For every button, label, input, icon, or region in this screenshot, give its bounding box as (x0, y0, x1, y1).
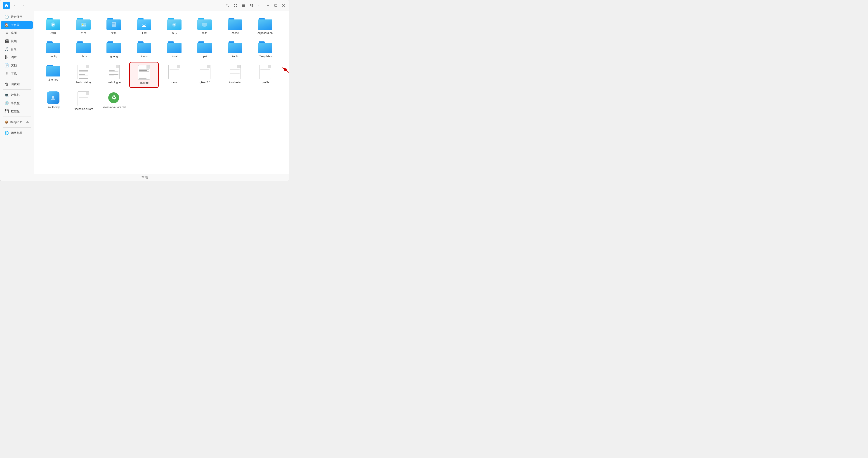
list-view-button[interactable] (241, 2, 247, 8)
detail-view-button[interactable] (249, 2, 255, 8)
sidebar-item-music[interactable]: 🎵 音乐 (1, 45, 33, 53)
sidebar-item-computer[interactable]: 💻 计算机 (1, 91, 33, 99)
file-item-bash-history[interactable]: .bash_history (69, 62, 98, 88)
folder-icon-gnupg (106, 41, 121, 53)
file-item-xsession-errors-old[interactable]: ♻ .xsession-errors.old (99, 89, 128, 114)
file-name-downloads: 下载 (141, 31, 147, 35)
file-item-icons[interactable]: .icons (129, 39, 159, 61)
search-button[interactable] (224, 2, 230, 8)
home-sidebar-icon: 🏠 (4, 23, 9, 27)
svg-rect-10 (252, 4, 253, 4)
file-item-desktop-folder[interactable]: 桌面 (190, 16, 219, 38)
back-button[interactable]: ‹ (12, 2, 18, 8)
file-item-xsession-errors[interactable]: .xsession-errors (69, 89, 98, 114)
text-file-icon-dmrc (168, 65, 180, 79)
text-file-icon-bash-logout (108, 65, 120, 79)
svg-text:♻: ♻ (111, 94, 116, 101)
svg-rect-24 (112, 22, 116, 27)
music-sidebar-icon: 🎵 (4, 47, 9, 51)
svg-point-36 (52, 96, 54, 98)
deepin20-sidebar-icon: 📦 (4, 120, 8, 124)
download-sidebar-icon: ⬇ (4, 71, 9, 76)
file-item-xauthority[interactable]: .Xauthority (38, 89, 68, 114)
file-item-gnupg[interactable]: .gnupg (99, 39, 128, 61)
sidebar-item-video[interactable]: 🎬 视频 (1, 37, 33, 45)
sidebar-item-recent[interactable]: 🕐 最近使用 (1, 13, 33, 21)
folder-icon-local (167, 41, 182, 53)
sidebar-item-deepin20[interactable]: 📦 Deepin 20 ⏏ (1, 118, 33, 126)
picture-sidebar-icon: 🖼 (4, 55, 9, 59)
text-file-icon-gtkrc (199, 65, 211, 79)
file-item-gtkrc[interactable]: .gtkrc-2.0 (190, 62, 219, 88)
svg-rect-7 (242, 5, 245, 6)
computer-sidebar-icon: 💻 (4, 93, 9, 97)
file-item-pki[interactable]: .pki (190, 39, 219, 61)
file-item-local[interactable]: .local (160, 39, 189, 61)
maximize-button[interactable] (273, 2, 279, 8)
grid-view-button[interactable] (232, 2, 239, 8)
file-item-bashrc[interactable]: .bashrc (129, 62, 159, 88)
svg-rect-14 (252, 4, 253, 5)
content-area: 🕐 最近使用 🏠 主目录 🖥 桌面 🎬 视频 🎵 音乐 🖼 图片 (0, 11, 289, 174)
file-name-profile: .profile (261, 81, 269, 84)
file-item-themes[interactable]: .themes (38, 62, 68, 88)
file-item-dbus[interactable]: .dbus (69, 39, 98, 61)
svg-point-22 (82, 24, 83, 25)
more-button[interactable]: ··· (257, 2, 263, 8)
sidebar-item-data[interactable]: 💾 数据盘 (1, 107, 33, 115)
eject-icon[interactable]: ⏏ (26, 120, 29, 124)
recent-icon: 🕐 (4, 15, 9, 19)
svg-rect-35 (203, 27, 206, 27)
text-file-icon-bash-history (78, 65, 89, 79)
folder-icon-downloads (137, 18, 151, 30)
file-name-gnupg: .gnupg (110, 55, 118, 58)
sidebar-item-download[interactable]: ⬇ 下载 (1, 69, 33, 77)
file-name-themes: .themes (49, 78, 58, 82)
file-name-dmrc: .dmrc (171, 81, 178, 84)
home-button[interactable] (3, 2, 10, 9)
file-item-dmrc[interactable]: .dmrc (160, 62, 189, 88)
file-name-xsession-errors-old: .xsession-errors.old (102, 106, 126, 109)
file-item-pictures[interactable]: 图片 (69, 16, 98, 38)
close-button[interactable] (280, 2, 287, 8)
file-area: 视频 图片 (34, 11, 289, 174)
sidebar-item-home[interactable]: 🏠 主目录 (1, 21, 33, 29)
file-item-bash-logout[interactable]: .bash_logout (99, 62, 128, 88)
file-item-cache[interactable]: .cache (220, 16, 250, 38)
file-item-documents[interactable]: 文档 (99, 16, 128, 38)
statusbar: 27 项 (0, 174, 289, 181)
file-item-downloads[interactable]: 下载 (129, 16, 159, 38)
system-sidebar-icon: 💿 (4, 101, 9, 105)
sidebar-item-document[interactable]: 📄 文档 (1, 61, 33, 69)
svg-rect-4 (234, 6, 235, 7)
file-item-templates[interactable]: .Templates (250, 39, 280, 61)
sidebar-item-system[interactable]: 💿 系统盘 (1, 99, 33, 107)
file-name-local: .local (171, 55, 178, 58)
sidebar-item-network[interactable]: 🌐 网络邻居 (1, 129, 33, 137)
file-name-bash-history: .bash_history (75, 81, 91, 84)
folder-icon-music (167, 18, 182, 30)
file-name-xsession-errors: .xsession-errors (74, 107, 93, 111)
forward-button[interactable]: › (20, 2, 26, 8)
file-item-imwheelrc[interactable]: .imwheelrc (220, 62, 250, 88)
sidebar-item-trash[interactable]: 🗑 回收站 (1, 80, 33, 88)
file-item-video[interactable]: 视频 (38, 16, 68, 38)
folder-icon-public (228, 41, 242, 53)
svg-rect-11 (250, 5, 251, 6)
svg-rect-8 (242, 6, 245, 7)
file-name-video: 视频 (51, 31, 56, 35)
file-item-public[interactable]: .Public (220, 39, 250, 61)
file-item-clipboard-pix[interactable]: .clipboard-pix (250, 16, 280, 38)
minimize-button[interactable] (265, 2, 271, 8)
svg-rect-34 (204, 26, 206, 27)
text-file-icon-xsession-errors (78, 91, 89, 106)
svg-rect-5 (236, 6, 237, 7)
sidebar-item-desktop[interactable]: 🖥 桌面 (1, 29, 33, 37)
folder-icon-themes (46, 65, 60, 77)
svg-line-1 (228, 6, 229, 7)
svg-point-0 (226, 4, 228, 6)
sidebar-item-picture[interactable]: 🖼 图片 (1, 53, 33, 61)
file-item-config[interactable]: .config (38, 39, 68, 61)
file-item-profile[interactable]: .profile (250, 62, 280, 88)
file-item-music[interactable]: 音乐 (160, 16, 189, 38)
